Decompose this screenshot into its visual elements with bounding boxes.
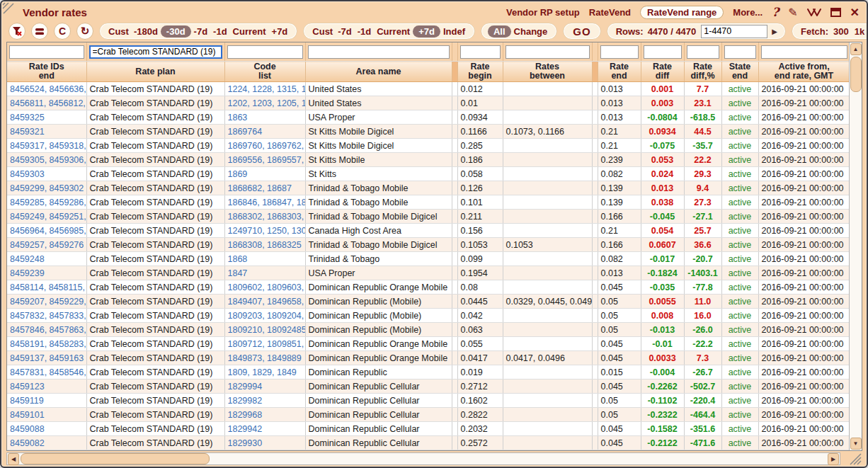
option-all[interactable]: All xyxy=(488,25,511,38)
edit-icon[interactable]: ✎ xyxy=(788,6,797,19)
menu-ratevend-range[interactable]: RateVend range xyxy=(640,6,724,19)
cell-code-list[interactable]: 1869 xyxy=(224,167,305,181)
col-header-active-from[interactable]: Active from, end rate, GMT xyxy=(758,62,849,82)
table-row[interactable]: 8459305, 8459306, Crab Telecom STANDARD … xyxy=(7,153,849,167)
filter-code-list-input[interactable] xyxy=(227,45,303,59)
scroll-down-icon[interactable]: ▼ xyxy=(850,438,862,450)
col-header-rate-ids[interactable]: Rate IDs end xyxy=(7,62,86,82)
filter-button[interactable] xyxy=(8,23,25,40)
filter-rate-diff-pct-input[interactable] xyxy=(687,45,719,59)
table-row[interactable]: 8459088 Crab Telecom STANDARD (19) 18299… xyxy=(7,422,849,436)
scroll-up-icon[interactable]: ▲ xyxy=(850,43,862,55)
col-header-rate-end[interactable]: Rate end xyxy=(598,62,641,82)
cell-rate-ids[interactable]: 8459325 xyxy=(7,110,86,125)
filter-rate-begin-input[interactable] xyxy=(460,45,501,59)
option--7d[interactable]: -7d xyxy=(191,26,211,37)
table-row[interactable]: 8457832, 8457833, Crab Telecom STANDARD … xyxy=(7,309,849,323)
cell-code-list[interactable]: 1869760, 1869762, 1 xyxy=(224,139,305,153)
option-indef[interactable]: Indef xyxy=(440,26,468,37)
cell-rate-ids[interactable]: 8459305, 8459306, xyxy=(7,153,86,167)
rows-range-input[interactable] xyxy=(701,25,767,38)
collapse-icon[interactable] xyxy=(807,8,821,17)
col-header-rate-diff-pct[interactable]: Rate diff,% xyxy=(684,62,721,82)
scroll-right-icon[interactable]: ▶ xyxy=(828,453,839,465)
cell-rate-ids[interactable]: 8458114, 8458115, 8 xyxy=(7,280,86,295)
table-row[interactable]: 8459321 Crab Telecom STANDARD (19) 18697… xyxy=(7,125,849,139)
filter-area-name-input[interactable] xyxy=(308,45,450,59)
cell-code-list[interactable]: 1224, 1228, 1315, 14 xyxy=(224,82,305,96)
horizontal-scroll-thumb[interactable] xyxy=(21,453,210,464)
option--30d[interactable]: -30d xyxy=(161,25,191,38)
cell-rate-ids[interactable]: 8459303 xyxy=(7,167,86,181)
table-row[interactable]: 8458114, 8458115, 8 Crab Telecom STANDAR… xyxy=(7,280,849,295)
cell-rate-ids[interactable]: 8459321 xyxy=(7,125,86,139)
menu-ratevend[interactable]: RateVend xyxy=(589,7,631,18)
table-row[interactable]: 8459123 Crab Telecom STANDARD (19) 18299… xyxy=(7,379,849,394)
table-row[interactable]: 8459101 Crab Telecom STANDARD (19) 18299… xyxy=(7,408,849,422)
cell-code-list[interactable]: 1869556, 1869557, 1 xyxy=(224,153,305,167)
filter-active-from-input[interactable] xyxy=(761,45,847,59)
col-header-area-name[interactable]: Area name xyxy=(305,62,452,82)
cell-rate-ids[interactable]: 8459137, 8459163 xyxy=(7,351,86,365)
cell-rate-ids[interactable]: 8459207, 8459229, xyxy=(7,295,86,309)
option-300[interactable]: 300 xyxy=(830,26,852,37)
table-row[interactable]: 8456964, 8456985, Crab Telecom STANDARD … xyxy=(7,224,849,238)
vertical-scrollbar[interactable]: ▲ ▼ xyxy=(849,42,862,450)
col-header-rate-begin[interactable]: Rate begin xyxy=(457,62,503,82)
menu-more[interactable]: More... xyxy=(733,7,763,18)
cell-code-list[interactable]: 1868682, 18687 xyxy=(224,181,305,195)
table-row[interactable]: 8458191, 8458283, Crab Telecom STANDARD … xyxy=(7,337,849,351)
option-+7d[interactable]: +7d xyxy=(269,26,291,37)
close-icon[interactable]: ✕ xyxy=(850,6,860,19)
table-row[interactable]: 8459317, 8459318, Crab Telecom STANDARD … xyxy=(7,139,849,153)
cell-rate-ids[interactable]: 8459257, 8459276 xyxy=(7,238,86,252)
cell-code-list[interactable]: 1249710, 1250, 1306 xyxy=(224,224,305,238)
refresh-button[interactable]: ↻ xyxy=(76,23,93,40)
cell-rate-ids[interactable]: 8456964, 8456985, xyxy=(7,224,86,238)
cell-code-list[interactable]: 1849873, 1849889 xyxy=(224,351,305,365)
cell-code-list[interactable]: 1829942 xyxy=(224,422,305,436)
table-row[interactable]: 8456811, 8456812, Crab Telecom STANDARD … xyxy=(7,96,849,110)
cell-rate-ids[interactable]: 8459299, 8459302 xyxy=(7,181,86,195)
rows-go-icon[interactable]: ▶ xyxy=(770,28,779,35)
cell-code-list[interactable]: 186846, 186847, 18 xyxy=(224,195,305,210)
cell-rate-ids[interactable]: 8459101 xyxy=(7,408,86,422)
col-header-rate-diff[interactable]: Rate diff xyxy=(641,62,684,82)
option-1k[interactable]: 1k xyxy=(852,26,867,37)
help-icon[interactable]: ? xyxy=(772,5,779,19)
resize-grip-bottomright[interactable] xyxy=(847,452,862,465)
table-row[interactable]: 8459137, 8459163 Crab Telecom STANDARD (… xyxy=(7,351,849,365)
option--180d[interactable]: -180d xyxy=(131,26,161,37)
menu-vendor-rp-setup[interactable]: Vendor RP setup xyxy=(506,7,580,18)
option-current[interactable]: Current xyxy=(374,26,413,37)
cell-rate-ids[interactable]: 8456524, 8456636, xyxy=(7,82,86,96)
table-row[interactable]: 8459119 Crab Telecom STANDARD (19) 18299… xyxy=(7,394,849,408)
cell-code-list[interactable]: 1809210, 18092485, xyxy=(224,323,305,337)
filter-rate-diff-input[interactable] xyxy=(644,45,682,59)
table-row[interactable]: 8459303 Crab Telecom STANDARD (19) 1869 … xyxy=(7,167,849,181)
cell-rate-ids[interactable]: 8459249, 8459251, xyxy=(7,210,86,224)
filter-state-input[interactable] xyxy=(724,45,756,59)
col-header-state-end[interactable]: State end xyxy=(721,62,758,82)
cell-code-list[interactable]: 1849407, 1849658, 1 xyxy=(224,295,305,309)
col-header-rate-plan[interactable]: Rate plan xyxy=(86,62,224,82)
table-row[interactable]: 8459325 Crab Telecom STANDARD (19) 1863 … xyxy=(7,110,849,125)
cell-code-list[interactable]: 1809602, 1809603, 1 xyxy=(224,280,305,295)
option-+7d[interactable]: +7d xyxy=(413,25,440,38)
cell-code-list[interactable]: 1868302, 1868303, 1 xyxy=(224,210,305,224)
cell-rate-ids[interactable]: 8459088 xyxy=(7,422,86,436)
col-header-code-list[interactable]: Code list xyxy=(224,62,305,82)
cell-code-list[interactable]: 1868308, 1868325 xyxy=(224,238,305,252)
table-row[interactable]: 8459249, 8459251, Crab Telecom STANDARD … xyxy=(7,210,849,224)
cell-rate-ids[interactable]: 8459239 xyxy=(7,266,86,280)
cell-rate-ids[interactable]: 8457832, 8457833, xyxy=(7,309,86,323)
table-row[interactable]: 8459239 Crab Telecom STANDARD (19) 1847 … xyxy=(7,266,849,280)
cell-code-list[interactable]: 1863 xyxy=(224,110,305,125)
filter-rate-end-input[interactable] xyxy=(600,45,639,59)
table-row[interactable]: 8459285, 8459286, Crab Telecom STANDARD … xyxy=(7,195,849,210)
cell-code-list[interactable]: 1829930 xyxy=(224,436,305,450)
vertical-scroll-thumb[interactable] xyxy=(850,57,862,92)
table-row[interactable]: 8459207, 8459229, Crab Telecom STANDARD … xyxy=(7,295,849,309)
option--1d[interactable]: -1d xyxy=(355,26,375,37)
window-restore-icon[interactable] xyxy=(830,8,841,17)
